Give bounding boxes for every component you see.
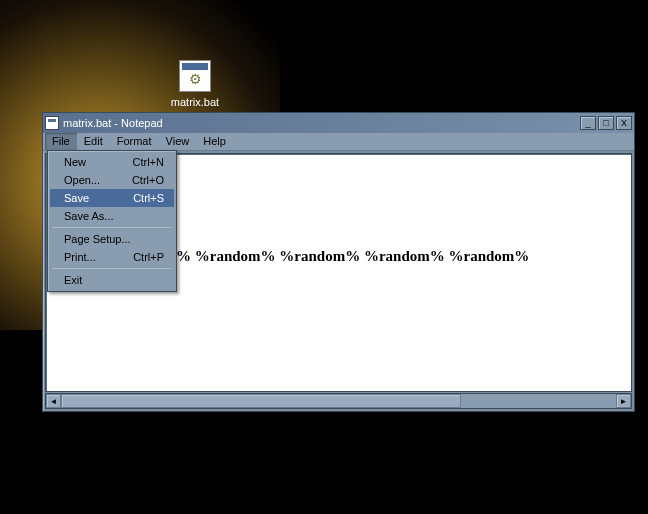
- menu-format[interactable]: Format: [110, 133, 159, 150]
- menu-item-new[interactable]: New Ctrl+N: [50, 153, 174, 171]
- desktop-icon-matrix-bat[interactable]: matrix.bat: [170, 60, 220, 108]
- scroll-track[interactable]: [61, 394, 616, 408]
- menu-item-label: Print...: [64, 251, 133, 263]
- menu-item-label: Page Setup...: [64, 233, 164, 245]
- desktop-icon-label: matrix.bat: [170, 96, 220, 108]
- menu-separator: [52, 227, 172, 228]
- menu-item-label: New: [64, 156, 133, 168]
- window-controls: _ □ X: [580, 116, 632, 130]
- editor-content: % %random% %random% %random% %random%: [176, 248, 529, 265]
- close-button[interactable]: X: [616, 116, 632, 130]
- menubar: File Edit Format View Help: [43, 133, 634, 151]
- menu-item-shortcut: Ctrl+N: [133, 156, 164, 168]
- menu-item-save[interactable]: Save Ctrl+S: [50, 189, 174, 207]
- menu-edit[interactable]: Edit: [77, 133, 110, 150]
- scroll-thumb[interactable]: [61, 394, 461, 408]
- menu-item-shortcut: Ctrl+P: [133, 251, 164, 263]
- menu-item-save-as[interactable]: Save As...: [50, 207, 174, 225]
- menu-item-shortcut: Ctrl+O: [132, 174, 164, 186]
- menu-item-shortcut: Ctrl+S: [133, 192, 164, 204]
- scroll-left-button[interactable]: ◄: [46, 394, 61, 408]
- scroll-right-button[interactable]: ►: [616, 394, 631, 408]
- menu-separator: [52, 268, 172, 269]
- minimize-button[interactable]: _: [580, 116, 596, 130]
- maximize-button[interactable]: □: [598, 116, 614, 130]
- window-title: matrix.bat - Notepad: [63, 117, 580, 129]
- menu-item-label: Exit: [64, 274, 164, 286]
- menu-item-exit[interactable]: Exit: [50, 271, 174, 289]
- file-menu-dropdown: New Ctrl+N Open... Ctrl+O Save Ctrl+S Sa…: [47, 150, 177, 292]
- notepad-app-icon: [45, 116, 59, 130]
- menu-item-print[interactable]: Print... Ctrl+P: [50, 248, 174, 266]
- menu-item-label: Save As...: [64, 210, 164, 222]
- menu-file[interactable]: File: [45, 133, 77, 150]
- menu-item-open[interactable]: Open... Ctrl+O: [50, 171, 174, 189]
- titlebar[interactable]: matrix.bat - Notepad _ □ X: [43, 113, 634, 133]
- menu-item-label: Open...: [64, 174, 132, 186]
- menu-view[interactable]: View: [159, 133, 197, 150]
- batch-file-icon: [179, 60, 211, 92]
- menu-item-page-setup[interactable]: Page Setup...: [50, 230, 174, 248]
- horizontal-scrollbar[interactable]: ◄ ►: [45, 393, 632, 409]
- menu-item-label: Save: [64, 192, 133, 204]
- menu-help[interactable]: Help: [196, 133, 233, 150]
